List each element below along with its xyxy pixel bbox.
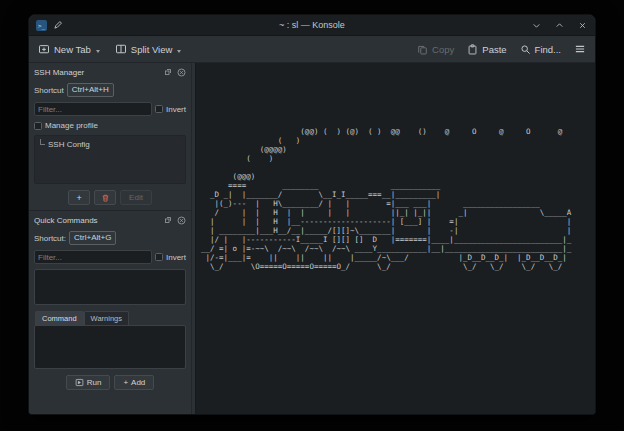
paste-label: Paste bbox=[482, 44, 506, 55]
quick-commands-list[interactable] bbox=[34, 269, 186, 305]
maximize-button[interactable] bbox=[553, 19, 565, 31]
delete-ssh-button[interactable] bbox=[94, 190, 116, 205]
copy-button[interactable]: Copy bbox=[417, 44, 454, 55]
add-label: Add bbox=[131, 378, 145, 387]
split-view-caret-icon[interactable] bbox=[177, 50, 181, 53]
paste-icon bbox=[467, 44, 478, 55]
split-view-label: Split View bbox=[131, 44, 173, 55]
float-panel-icon[interactable] bbox=[163, 215, 173, 225]
shortcut-label: Shortcut bbox=[34, 86, 64, 95]
new-tab-button[interactable]: New Tab bbox=[38, 43, 100, 55]
shortcut-keysequence[interactable]: Ctrl+Alt+H bbox=[67, 83, 114, 97]
edit-ssh-button[interactable]: Edit bbox=[120, 190, 152, 205]
new-tab-label: New Tab bbox=[54, 44, 91, 55]
ssh-manager-header[interactable]: SSH Manager bbox=[34, 63, 186, 78]
add-command-button[interactable]: + Add bbox=[114, 375, 154, 390]
tree-item-label: SSH Config bbox=[48, 140, 90, 149]
shortcut-label: Shortcut: bbox=[34, 234, 66, 243]
ssh-manager-panel: SSH Manager Shortcu bbox=[29, 63, 191, 210]
konsole-window: >_ ~ : sl — Konsole bbox=[28, 14, 596, 415]
tab-command[interactable]: Command bbox=[35, 311, 84, 325]
close-button[interactable] bbox=[576, 19, 588, 31]
split-view-button[interactable]: Split View bbox=[115, 43, 182, 55]
window-content: SSH Manager Shortcu bbox=[29, 63, 595, 414]
minimize-button[interactable] bbox=[530, 19, 542, 31]
split-view-icon bbox=[115, 43, 127, 55]
ssh-filter-input[interactable] bbox=[34, 102, 152, 116]
quick-commands-header[interactable]: Quick Commands bbox=[34, 211, 186, 226]
run-icon bbox=[75, 378, 84, 387]
ssh-config-tree[interactable]: SSH Config bbox=[34, 135, 186, 184]
new-tab-icon bbox=[38, 43, 50, 55]
qc-filter-input[interactable] bbox=[34, 250, 152, 264]
manage-profile-checkbox[interactable] bbox=[34, 122, 42, 130]
new-tab-caret-icon[interactable] bbox=[96, 50, 100, 53]
invert-label: Invert bbox=[166, 253, 186, 262]
quick-commands-panel: Quick Commands Shor bbox=[29, 210, 191, 414]
terminal-view[interactable]: (@@) ( ) (@) ( ) @@ () @ O @ O @ ( ) (@@… bbox=[196, 63, 595, 414]
titlebar[interactable]: >_ ~ : sl — Konsole bbox=[29, 15, 595, 36]
float-panel-icon[interactable] bbox=[163, 67, 173, 77]
copy-label: Copy bbox=[432, 44, 454, 55]
shortcut-keysequence[interactable]: Ctrl+Alt+G bbox=[69, 231, 116, 245]
desktop: >_ ~ : sl — Konsole bbox=[0, 0, 624, 431]
find-button[interactable]: Find... bbox=[520, 44, 561, 55]
add-ssh-button[interactable]: + bbox=[68, 190, 90, 205]
invert-checkbox[interactable] bbox=[155, 105, 163, 113]
paste-button[interactable]: Paste bbox=[467, 44, 506, 55]
sidebar: SSH Manager Shortcu bbox=[29, 63, 191, 414]
search-icon bbox=[520, 44, 531, 55]
plus-icon: + bbox=[123, 378, 128, 387]
find-label: Find... bbox=[535, 44, 561, 55]
tree-item-ssh-config[interactable]: SSH Config bbox=[38, 139, 182, 149]
invert-label: Invert bbox=[166, 105, 186, 114]
ssh-manager-title: SSH Manager bbox=[34, 68, 160, 77]
invert-checkbox[interactable] bbox=[155, 253, 163, 261]
window-title: ~ : sl — Konsole bbox=[29, 20, 595, 30]
hamburger-menu-icon[interactable] bbox=[574, 43, 586, 55]
pencil-icon bbox=[53, 20, 63, 30]
toolbar: New Tab Split View bbox=[29, 36, 595, 63]
close-panel-icon[interactable] bbox=[176, 67, 186, 77]
trash-icon bbox=[101, 193, 110, 203]
command-editor[interactable] bbox=[34, 325, 186, 369]
qc-tab-bar: Command Warnings bbox=[34, 311, 186, 325]
copy-icon bbox=[417, 44, 428, 55]
manage-profile-label: Manage profile bbox=[45, 121, 98, 130]
close-panel-icon[interactable] bbox=[176, 215, 186, 225]
quick-commands-title: Quick Commands bbox=[34, 216, 160, 225]
run-button[interactable]: Run bbox=[66, 375, 111, 390]
terminal-ascii-art: (@@) ( ) (@) ( ) @@ () @ O @ O @ ( ) (@@… bbox=[201, 127, 571, 271]
run-label: Run bbox=[87, 378, 102, 387]
tab-warnings[interactable]: Warnings bbox=[84, 311, 129, 325]
konsole-app-icon: >_ bbox=[36, 20, 47, 31]
tree-branch-icon bbox=[40, 139, 45, 145]
